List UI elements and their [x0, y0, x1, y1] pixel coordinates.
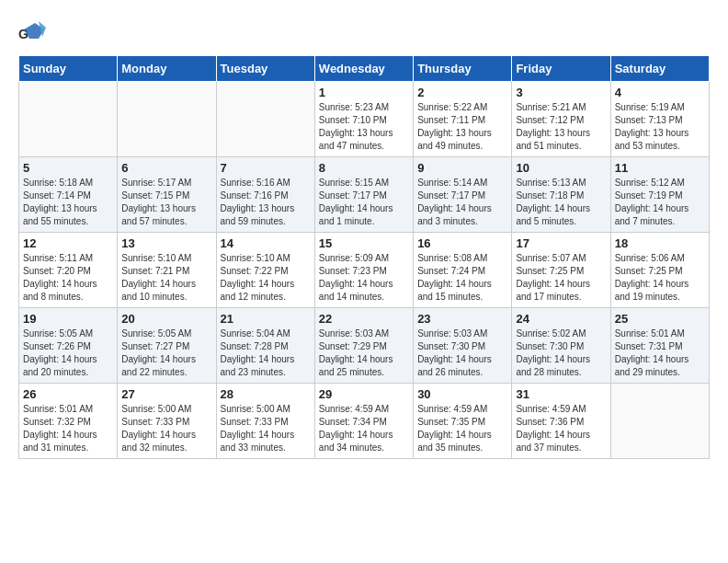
calendar-cell [610, 384, 709, 459]
day-info: Sunrise: 5:08 AM Sunset: 7:24 PM Dayligh… [417, 252, 507, 304]
day-info: Sunrise: 5:10 AM Sunset: 7:21 PM Dayligh… [121, 252, 211, 304]
calendar-cell: 9Sunrise: 5:14 AM Sunset: 7:17 PM Daylig… [414, 157, 512, 233]
calendar-cell: 6Sunrise: 5:17 AM Sunset: 7:15 PM Daylig… [118, 157, 216, 233]
day-info: Sunrise: 5:01 AM Sunset: 7:32 PM Dayligh… [23, 403, 113, 454]
calendar-week-row: 19Sunrise: 5:05 AM Sunset: 7:26 PM Dayli… [19, 308, 710, 384]
logo: G [18, 18, 50, 46]
day-number: 8 [319, 161, 409, 175]
day-info: Sunrise: 5:05 AM Sunset: 7:27 PM Dayligh… [121, 327, 211, 379]
calendar-week-row: 26Sunrise: 5:01 AM Sunset: 7:32 PM Dayli… [19, 384, 710, 459]
day-number: 20 [121, 312, 211, 326]
logo-icon: G [18, 18, 46, 46]
day-info: Sunrise: 5:09 AM Sunset: 7:23 PM Dayligh… [319, 252, 409, 304]
day-number: 5 [23, 161, 113, 175]
calendar-cell: 22Sunrise: 5:03 AM Sunset: 7:29 PM Dayli… [314, 308, 413, 384]
day-number: 10 [516, 161, 606, 175]
day-number: 31 [516, 387, 606, 401]
day-info: Sunrise: 5:14 AM Sunset: 7:17 PM Dayligh… [417, 177, 507, 228]
day-info: Sunrise: 5:23 AM Sunset: 7:10 PM Dayligh… [319, 101, 409, 153]
calendar-cell: 19Sunrise: 5:05 AM Sunset: 7:26 PM Dayli… [19, 308, 118, 384]
calendar-cell: 27Sunrise: 5:00 AM Sunset: 7:33 PM Dayli… [118, 384, 216, 459]
calendar-cell: 28Sunrise: 5:00 AM Sunset: 7:33 PM Dayli… [216, 384, 314, 459]
day-number: 19 [23, 312, 113, 326]
day-info: Sunrise: 4:59 AM Sunset: 7:34 PM Dayligh… [319, 403, 409, 454]
day-number: 7 [221, 161, 311, 175]
day-number: 18 [615, 236, 705, 250]
calendar-table: SundayMondayTuesdayWednesdayThursdayFrid… [18, 55, 710, 459]
day-number: 30 [417, 387, 507, 401]
day-info: Sunrise: 5:07 AM Sunset: 7:25 PM Dayligh… [516, 252, 606, 304]
page-header: G [18, 18, 710, 46]
day-number: 22 [319, 312, 409, 326]
day-info: Sunrise: 5:21 AM Sunset: 7:12 PM Dayligh… [516, 101, 606, 153]
calendar-cell: 21Sunrise: 5:04 AM Sunset: 7:28 PM Dayli… [216, 308, 314, 384]
day-number: 3 [516, 86, 606, 99]
weekday-header: Friday [512, 56, 610, 82]
day-info: Sunrise: 5:18 AM Sunset: 7:14 PM Dayligh… [23, 177, 113, 228]
day-number: 21 [221, 312, 311, 326]
calendar-cell: 20Sunrise: 5:05 AM Sunset: 7:27 PM Dayli… [118, 308, 216, 384]
day-info: Sunrise: 5:15 AM Sunset: 7:17 PM Dayligh… [319, 177, 409, 228]
day-info: Sunrise: 5:06 AM Sunset: 7:25 PM Dayligh… [615, 252, 705, 304]
day-number: 23 [417, 312, 507, 326]
day-number: 6 [121, 161, 211, 175]
calendar-header-row: SundayMondayTuesdayWednesdayThursdayFrid… [19, 56, 710, 82]
day-info: Sunrise: 5:13 AM Sunset: 7:18 PM Dayligh… [516, 177, 606, 228]
calendar-cell: 12Sunrise: 5:11 AM Sunset: 7:20 PM Dayli… [19, 233, 118, 308]
calendar-cell [118, 82, 216, 157]
day-number: 16 [417, 236, 507, 250]
calendar-cell: 7Sunrise: 5:16 AM Sunset: 7:16 PM Daylig… [216, 157, 314, 233]
day-info: Sunrise: 5:10 AM Sunset: 7:22 PM Dayligh… [221, 252, 311, 304]
calendar-cell: 5Sunrise: 5:18 AM Sunset: 7:14 PM Daylig… [19, 157, 118, 233]
calendar-cell: 14Sunrise: 5:10 AM Sunset: 7:22 PM Dayli… [216, 233, 314, 308]
day-number: 4 [615, 86, 705, 99]
day-number: 9 [417, 161, 507, 175]
day-number: 14 [221, 236, 311, 250]
day-number: 28 [221, 387, 311, 401]
day-number: 15 [319, 236, 409, 250]
calendar-cell: 25Sunrise: 5:01 AM Sunset: 7:31 PM Dayli… [610, 308, 709, 384]
calendar-cell: 4Sunrise: 5:19 AM Sunset: 7:13 PM Daylig… [610, 82, 709, 157]
day-number: 12 [23, 236, 113, 250]
day-info: Sunrise: 5:03 AM Sunset: 7:30 PM Dayligh… [417, 327, 507, 379]
calendar-cell: 2Sunrise: 5:22 AM Sunset: 7:11 PM Daylig… [414, 82, 512, 157]
calendar-week-row: 5Sunrise: 5:18 AM Sunset: 7:14 PM Daylig… [19, 157, 710, 233]
weekday-header: Thursday [414, 56, 512, 82]
calendar-cell [19, 82, 118, 157]
day-info: Sunrise: 5:19 AM Sunset: 7:13 PM Dayligh… [615, 101, 705, 153]
calendar-cell: 16Sunrise: 5:08 AM Sunset: 7:24 PM Dayli… [414, 233, 512, 308]
weekday-header: Wednesday [314, 56, 413, 82]
day-number: 11 [615, 161, 705, 175]
day-info: Sunrise: 5:02 AM Sunset: 7:30 PM Dayligh… [516, 327, 606, 379]
calendar-cell: 30Sunrise: 4:59 AM Sunset: 7:35 PM Dayli… [414, 384, 512, 459]
weekday-header: Monday [118, 56, 216, 82]
day-info: Sunrise: 5:03 AM Sunset: 7:29 PM Dayligh… [319, 327, 409, 379]
day-number: 17 [516, 236, 606, 250]
calendar-cell: 11Sunrise: 5:12 AM Sunset: 7:19 PM Dayli… [610, 157, 709, 233]
day-number: 1 [319, 86, 409, 99]
day-number: 24 [516, 312, 606, 326]
day-info: Sunrise: 5:00 AM Sunset: 7:33 PM Dayligh… [221, 403, 311, 454]
weekday-header: Sunday [19, 56, 118, 82]
day-info: Sunrise: 4:59 AM Sunset: 7:35 PM Dayligh… [417, 403, 507, 454]
day-info: Sunrise: 5:01 AM Sunset: 7:31 PM Dayligh… [615, 327, 705, 379]
day-number: 25 [615, 312, 705, 326]
day-info: Sunrise: 5:05 AM Sunset: 7:26 PM Dayligh… [23, 327, 113, 379]
day-number: 26 [23, 387, 113, 401]
calendar-cell: 10Sunrise: 5:13 AM Sunset: 7:18 PM Dayli… [512, 157, 610, 233]
day-info: Sunrise: 4:59 AM Sunset: 7:36 PM Dayligh… [516, 403, 606, 454]
day-info: Sunrise: 5:22 AM Sunset: 7:11 PM Dayligh… [417, 101, 507, 153]
calendar-cell: 17Sunrise: 5:07 AM Sunset: 7:25 PM Dayli… [512, 233, 610, 308]
calendar-cell [216, 82, 314, 157]
day-info: Sunrise: 5:00 AM Sunset: 7:33 PM Dayligh… [121, 403, 211, 454]
calendar-cell: 8Sunrise: 5:15 AM Sunset: 7:17 PM Daylig… [314, 157, 413, 233]
calendar-cell: 26Sunrise: 5:01 AM Sunset: 7:32 PM Dayli… [19, 384, 118, 459]
day-info: Sunrise: 5:16 AM Sunset: 7:16 PM Dayligh… [221, 177, 311, 228]
calendar-cell: 23Sunrise: 5:03 AM Sunset: 7:30 PM Dayli… [414, 308, 512, 384]
weekday-header: Saturday [610, 56, 709, 82]
day-info: Sunrise: 5:17 AM Sunset: 7:15 PM Dayligh… [121, 177, 211, 228]
calendar-cell: 15Sunrise: 5:09 AM Sunset: 7:23 PM Dayli… [314, 233, 413, 308]
day-info: Sunrise: 5:04 AM Sunset: 7:28 PM Dayligh… [221, 327, 311, 379]
calendar-cell: 31Sunrise: 4:59 AM Sunset: 7:36 PM Dayli… [512, 384, 610, 459]
calendar-cell: 24Sunrise: 5:02 AM Sunset: 7:30 PM Dayli… [512, 308, 610, 384]
